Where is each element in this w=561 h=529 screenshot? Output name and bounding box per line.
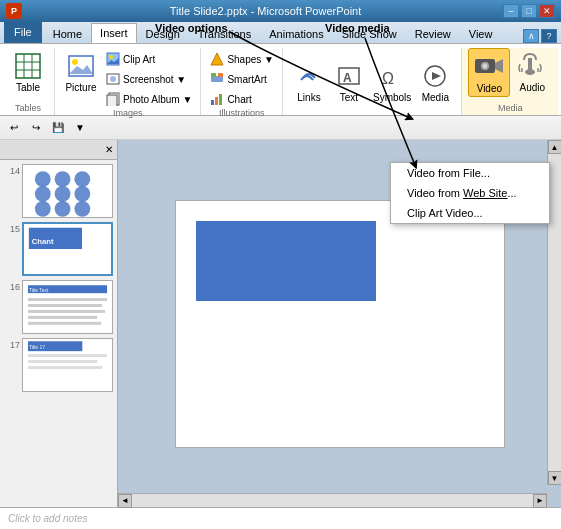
window-title: Title Slide2.pptx - Microsoft PowerPoint: [28, 5, 503, 17]
slide-thumbnails: 14: [0, 160, 117, 507]
tab-review[interactable]: Review: [406, 25, 460, 43]
picture-label: Picture: [65, 82, 96, 93]
svg-point-6: [72, 59, 78, 65]
smartart-label: SmartArt: [227, 74, 266, 85]
close-button[interactable]: ✕: [539, 4, 555, 18]
web-site-underline: Web Site: [463, 187, 507, 199]
svg-rect-0: [16, 54, 40, 78]
audio-button[interactable]: Audio: [512, 48, 552, 95]
tab-design[interactable]: Design: [137, 25, 189, 43]
clip-art-button[interactable]: Clip Art: [103, 50, 194, 68]
media-items: Video Audio: [468, 48, 552, 103]
symbols-icon: Ω: [376, 60, 408, 92]
slide-thumb-14[interactable]: 14: [4, 164, 113, 218]
media-button[interactable]: Media: [415, 58, 455, 105]
image-small-buttons: Clip Art Screenshot ▼ Photo Album ▼: [103, 48, 194, 108]
slide-thumb-17[interactable]: 17 Title 17: [4, 338, 113, 392]
slide-15-num: 15: [4, 222, 20, 234]
scroll-left-button[interactable]: ◄: [118, 494, 132, 508]
svg-rect-50: [28, 304, 102, 307]
svg-rect-19: [219, 94, 222, 105]
slide-content: [175, 200, 505, 448]
picture-button[interactable]: Picture: [61, 48, 101, 95]
symbols-button[interactable]: Ω Symbols: [369, 58, 415, 105]
close-panel-icon[interactable]: ✕: [105, 144, 113, 155]
slide-16-img[interactable]: Title Text: [22, 280, 113, 334]
video-from-web-item[interactable]: Video from Web Site...: [391, 183, 549, 203]
svg-point-41: [55, 201, 71, 217]
scroll-down-button[interactable]: ▼: [548, 471, 562, 485]
svg-text:Ω: Ω: [382, 70, 394, 87]
svg-point-8: [109, 55, 113, 59]
smartart-button[interactable]: SmartArt: [207, 70, 268, 88]
video-icon: [473, 51, 505, 83]
images-group-label: Images: [113, 108, 143, 120]
shapes-button[interactable]: Shapes ▼: [207, 50, 276, 68]
notes-bar[interactable]: Click to add notes: [0, 507, 561, 529]
slide-thumb-15[interactable]: 15 Chant: [4, 222, 113, 276]
audio-label: Audio: [520, 82, 546, 93]
svg-point-40: [35, 201, 51, 217]
text-button[interactable]: A Text: [329, 58, 369, 105]
video-dropdown-menu: Video from File... Video from Web Site..…: [390, 162, 550, 224]
slide-15-img[interactable]: Chant: [22, 222, 113, 276]
picture-icon: [65, 50, 97, 82]
slide-thumb-16[interactable]: 16 Title Text: [4, 280, 113, 334]
svg-text:A: A: [343, 71, 352, 85]
bottom-scrollbar[interactable]: ◄ ►: [118, 493, 547, 507]
scroll-up-button[interactable]: ▲: [548, 140, 562, 154]
tab-file[interactable]: File: [4, 21, 42, 43]
photo-album-label: Photo Album ▼: [123, 94, 192, 105]
chart-button[interactable]: Chart: [207, 90, 253, 108]
svg-marker-24: [432, 72, 441, 80]
window-controls[interactable]: – □ ✕: [503, 4, 555, 18]
svg-point-28: [483, 64, 487, 68]
toolbar-dropdown-button[interactable]: ▼: [70, 119, 90, 137]
slide-panel-header: ✕: [0, 140, 117, 160]
slide-17-img[interactable]: Title 17: [22, 338, 113, 392]
tab-view[interactable]: View: [460, 25, 502, 43]
svg-text:Chant: Chant: [32, 237, 54, 246]
scroll-right-button[interactable]: ►: [533, 494, 547, 508]
minimize-button[interactable]: –: [503, 4, 519, 18]
svg-rect-59: [28, 366, 102, 369]
slide-14-num: 14: [4, 164, 20, 176]
save-button[interactable]: 💾: [48, 119, 68, 137]
screenshot-button[interactable]: Screenshot ▼: [103, 70, 194, 88]
svg-rect-52: [28, 316, 97, 319]
links-label: Links: [297, 92, 320, 103]
slide-14-img[interactable]: [22, 164, 113, 218]
text-label: Text: [340, 92, 358, 103]
svg-rect-16: [218, 73, 223, 77]
clip-art-icon: [105, 51, 121, 67]
shapes-label: Shapes ▼: [227, 54, 274, 65]
tab-slideshow[interactable]: Slide Show: [333, 25, 406, 43]
tab-insert[interactable]: Insert: [91, 23, 137, 43]
tab-transitions[interactable]: Transitions: [189, 25, 260, 43]
shapes-icon: [209, 51, 225, 67]
svg-rect-30: [528, 58, 532, 72]
slide-panel: ✕ 14: [0, 140, 118, 507]
svg-rect-18: [215, 97, 218, 105]
maximize-button[interactable]: □: [521, 4, 537, 18]
ribbon-collapse-button[interactable]: ∧: [523, 29, 539, 43]
symbols-btn-wrap: Ω Symbols: [369, 58, 415, 105]
clip-art-video-item[interactable]: Clip Art Video...: [391, 203, 549, 223]
tables-group-label: Tables: [15, 103, 41, 115]
slide-16-num: 16: [4, 280, 20, 292]
help-button[interactable]: ?: [541, 29, 557, 43]
media-label: Media: [422, 92, 449, 103]
tab-home[interactable]: Home: [44, 25, 91, 43]
undo-button[interactable]: ↩: [4, 119, 24, 137]
links-button[interactable]: Links: [289, 58, 329, 105]
svg-point-42: [74, 201, 90, 217]
audio-icon: [516, 50, 548, 82]
tab-animations[interactable]: Animations: [260, 25, 332, 43]
table-button[interactable]: Table: [8, 48, 48, 95]
redo-button[interactable]: ↪: [26, 119, 46, 137]
screenshot-icon: [105, 71, 121, 87]
photo-album-button[interactable]: Photo Album ▼: [103, 90, 194, 108]
video-button[interactable]: Video: [468, 48, 510, 97]
text-btn-wrap: A Text: [329, 58, 369, 105]
video-from-file-item[interactable]: Video from File...: [391, 163, 549, 183]
